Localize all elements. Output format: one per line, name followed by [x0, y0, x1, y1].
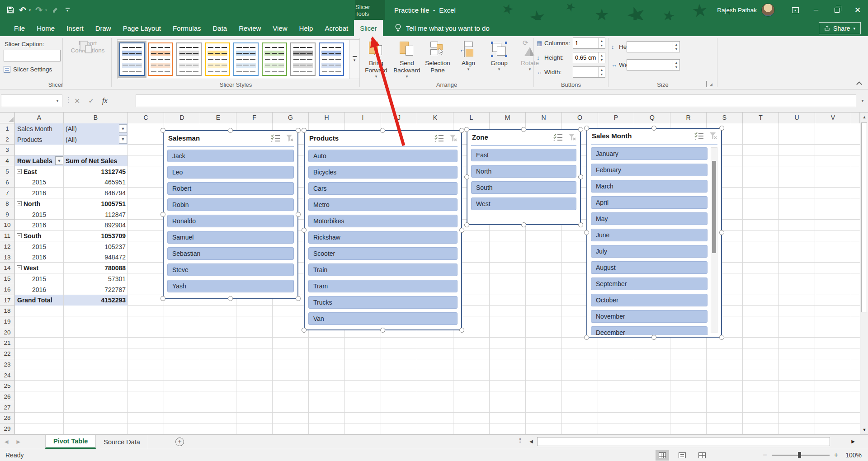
slicer-item-december[interactable]: December [591, 326, 708, 335]
slicer-item-ronaldo[interactable]: Ronaldo [167, 215, 294, 227]
slicer-item-van[interactable]: Van [308, 312, 458, 325]
selection-handle-e[interactable] [578, 174, 583, 179]
insert-function-icon[interactable]: fx [102, 97, 108, 105]
selection-handle-nw[interactable] [302, 128, 307, 133]
horizontal-scroll-thumb[interactable] [537, 437, 830, 446]
column-header-D[interactable]: D [164, 113, 200, 123]
column-header-M[interactable]: M [490, 113, 526, 123]
ribbon-tab-draw[interactable]: Draw [90, 20, 117, 36]
column-header-A[interactable]: A [15, 113, 64, 123]
selection-handle-sw[interactable] [464, 222, 469, 227]
column-header-H[interactable]: H [309, 113, 345, 123]
zoom-slider[interactable] [772, 455, 830, 456]
new-sheet-button[interactable]: + [175, 437, 184, 446]
selection-handle-n[interactable] [521, 127, 526, 132]
minimize-button[interactable]: ─ [806, 0, 826, 20]
selection-handle-ne[interactable] [719, 126, 724, 131]
selection-handle-ne[interactable] [459, 128, 464, 133]
align-button[interactable]: ←Align ▾ [455, 39, 482, 79]
row-header-6[interactable]: 6 [0, 177, 15, 188]
selection-handle-w[interactable] [464, 174, 469, 179]
slicer-item-april[interactable]: April [591, 196, 708, 209]
spinner-icon[interactable]: ▲▼ [598, 52, 605, 63]
multi-select-icon[interactable] [553, 133, 563, 142]
ribbon-display-options-button[interactable] [785, 0, 806, 20]
horizontal-scrollbar[interactable]: ◀ ▶ [527, 436, 857, 447]
ribbon-tab-home[interactable]: Home [31, 20, 61, 36]
ribbon-tab-acrobat[interactable]: Acrobat [319, 20, 354, 36]
normal-view-button[interactable] [656, 450, 669, 461]
row-header-22[interactable]: 22 [0, 348, 15, 359]
slicer-item-train[interactable]: Train [308, 263, 458, 276]
slicer-item-january[interactable]: January [591, 147, 708, 160]
redo-dropdown-icon[interactable]: ▾ [45, 8, 47, 12]
slicer-item-west[interactable]: West [471, 198, 576, 210]
styles-gallery-more-button[interactable]: ▾ [349, 39, 360, 79]
ribbon-tab-review[interactable]: Review [233, 20, 267, 36]
row-header-16[interactable]: 16 [0, 284, 15, 295]
slicer-item-june[interactable]: June [591, 229, 708, 241]
page-break-view-button[interactable] [695, 450, 709, 461]
selection-handle-sw[interactable] [584, 335, 589, 340]
slicer-item-jack[interactable]: Jack [167, 150, 294, 162]
row-header-28[interactable]: 28 [0, 413, 15, 423]
collapse-icon[interactable]: − [17, 233, 22, 238]
tell-me-box[interactable]: Tell me what you want to do [395, 20, 490, 36]
row-labels-dropdown-icon[interactable]: ▼ [55, 156, 63, 165]
selection-handle-w[interactable] [302, 228, 307, 233]
column-header-E[interactable]: E [200, 113, 236, 123]
slicer-settings-button[interactable]: Slicer Settings [4, 66, 52, 73]
ribbon-tab-file[interactable]: File [8, 20, 31, 36]
close-button[interactable]: ✕ [847, 0, 868, 20]
expand-formula-bar-icon[interactable]: ▾ [858, 96, 867, 106]
selection-handle-nw[interactable] [584, 126, 589, 131]
customize-qat-icon[interactable]: ▾ [63, 6, 71, 14]
slicer-item-sebastian[interactable]: Sebastian [167, 247, 294, 260]
multi-select-icon[interactable] [271, 134, 280, 143]
user-avatar[interactable] [761, 3, 775, 17]
column-header-P[interactable]: P [598, 113, 634, 123]
ribbon-tab-page-layout[interactable]: Page Layout [117, 20, 167, 36]
slicer-style-light-6[interactable] [262, 42, 287, 76]
selection-handle-e[interactable] [459, 228, 464, 233]
report-connections-button[interactable]: Report Connections [67, 40, 108, 54]
redo-icon[interactable]: ↷ [35, 6, 43, 14]
scroll-right-icon[interactable]: ▶ [849, 437, 857, 446]
scroll-left-icon[interactable]: ◀ [527, 437, 535, 446]
undo-icon[interactable]: ↶ [19, 6, 27, 14]
slicer-item-october[interactable]: October [591, 294, 708, 306]
slicer-style-light-4[interactable] [205, 42, 230, 76]
slicer-item-robert[interactable]: Robert [167, 182, 294, 195]
selection-handle-ne[interactable] [578, 127, 583, 132]
selection-handle-nw[interactable] [464, 127, 469, 132]
selection-handle-se[interactable] [459, 328, 464, 333]
collapse-icon[interactable]: − [17, 169, 22, 174]
column-header-J[interactable]: J [381, 113, 417, 123]
row-header-23[interactable]: 23 [0, 359, 15, 370]
enter-entry-icon[interactable]: ✓ [88, 97, 94, 105]
slicer-item-yash[interactable]: Yash [167, 280, 294, 292]
slicer-item-leo[interactable]: Leo [167, 166, 294, 179]
slicer-sales-month[interactable]: Sales MonthJanuaryFebruaryMarchAprilMayJ… [586, 128, 722, 338]
format-painter-icon[interactable] [51, 6, 59, 14]
column-header-T[interactable]: T [743, 113, 779, 123]
selection-handle-n[interactable] [651, 126, 656, 131]
selection-handle-s[interactable] [228, 296, 233, 301]
scroll-up-icon[interactable]: ▲ [860, 113, 868, 121]
slicer-item-september[interactable]: September [591, 278, 708, 290]
zoom-out-button[interactable]: − [763, 451, 767, 459]
slicer-products[interactable]: ProductsAutoBicyclesCarsMetroMotorbikesR… [304, 130, 462, 330]
size-dialog-launcher-icon[interactable]: ◢ [706, 81, 712, 87]
slicer-item-east[interactable]: East [471, 149, 576, 161]
column-header-V[interactable]: V [815, 113, 851, 123]
ribbon-tab-slicer[interactable]: Slicer [354, 20, 383, 36]
selection-handle-ne[interactable] [296, 128, 301, 133]
slicer-item-march[interactable]: March [591, 180, 708, 193]
slicer-item-motorbikes[interactable]: Motorbikes [308, 215, 458, 227]
filter-dropdown-icon[interactable]: ▼ [119, 135, 127, 144]
slicer-item-samuel[interactable]: Samuel [167, 231, 294, 244]
clear-filter-icon[interactable] [286, 134, 294, 143]
row-header-5[interactable]: 5 [0, 166, 15, 177]
clear-filter-icon[interactable] [568, 133, 576, 142]
cancel-entry-icon[interactable]: ✕ [74, 97, 80, 105]
